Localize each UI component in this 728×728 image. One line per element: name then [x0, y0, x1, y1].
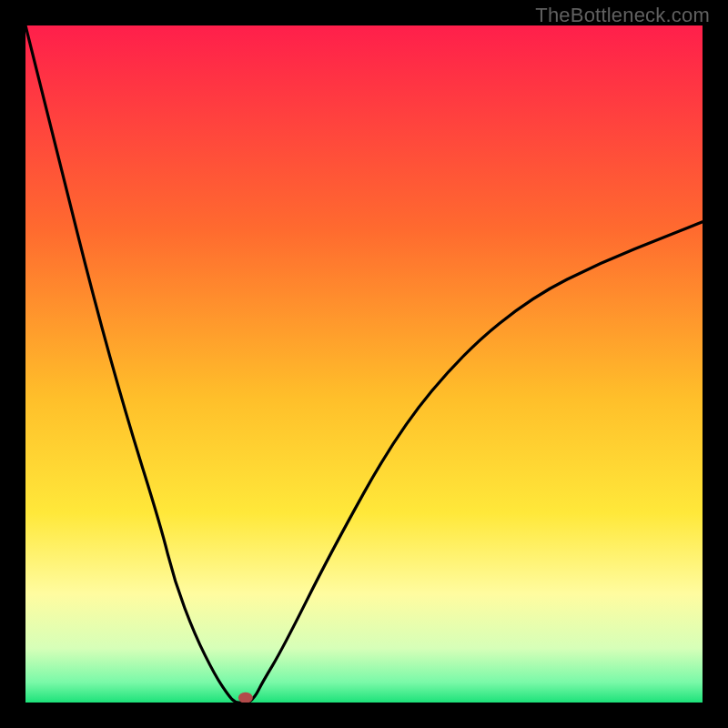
plot-background	[25, 25, 703, 703]
bottleneck-plot	[25, 25, 703, 703]
watermark-text: TheBottleneck.com	[535, 4, 710, 27]
chart-frame: TheBottleneck.com	[0, 0, 728, 728]
